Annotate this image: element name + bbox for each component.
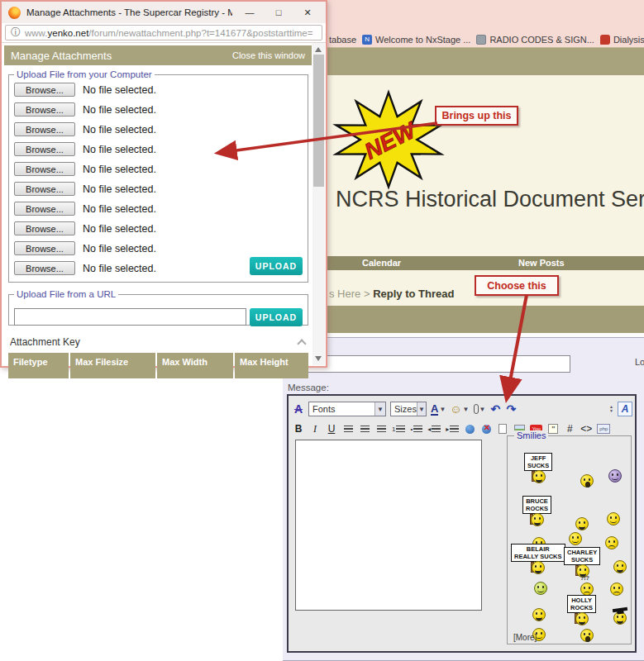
insert-quote-button[interactable]: " [547,421,559,436]
smiley-charley-sucks[interactable]: CHARLEY SUCKS [564,547,600,576]
smiley-big-grin[interactable] [613,560,627,573]
browse-button[interactable]: Browse... [14,162,75,176]
attachment-menu-button[interactable]: ▼ [474,402,486,416]
smiley-bruce-rocks[interactable]: BRUCE ROCKS [522,496,551,525]
upload-files-button[interactable]: UPLOAD [250,257,303,275]
smiley-purple-dancer[interactable] [608,469,622,483]
nav-calendar-link[interactable]: Calendar [362,258,401,268]
smiley-sick[interactable] [534,582,547,595]
align-right-button[interactable] [375,421,387,436]
upload-url-input[interactable] [14,308,246,326]
browse-button[interactable]: Browse... [14,221,75,235]
smiley-waving-arms[interactable] [575,517,589,530]
smiley-laughing[interactable] [532,608,546,621]
bookmark-nxstage[interactable]: NWelcome to NxStage ... [362,35,470,45]
smiley-menu-button[interactable]: ☺▼ [450,402,469,416]
file-upload-row: Browse... No file selected. [14,122,303,136]
smiley-pointing-up[interactable] [607,512,620,525]
popup-content: Manage Attachments Close this window Upl… [2,43,312,366]
scrollbar-thumb[interactable] [313,55,324,187]
sizes-dropdown[interactable]: Sizes▼ [390,402,427,416]
smiley-confused[interactable] [580,583,594,596]
smiley-worried[interactable] [610,583,623,596]
align-left-button[interactable] [342,421,354,436]
chevron-down-icon: ▼ [439,406,446,413]
scroll-up-icon[interactable] [315,47,322,52]
redo-button[interactable]: ↷ [505,402,517,416]
column-max-filesize: Max Filesize [70,353,155,378]
column-max-width: Max Width [157,353,233,378]
remove-format-icon[interactable]: A [293,402,304,416]
browse-button[interactable]: Browse... [14,122,75,136]
outdent-button[interactable]: ◂ [427,421,441,436]
insert-file-button[interactable] [497,421,508,436]
breadcrumb-current: Reply to Thread [373,288,454,300]
browse-button[interactable]: Browse... [14,241,75,255]
insert-hash-button[interactable]: # [564,421,575,436]
close-this-window-link[interactable]: Close this window [232,50,305,60]
smiley-holly-rocks[interactable]: HOLLY ROCKS [567,595,596,624]
maximize-button[interactable]: □ [267,7,290,17]
graduation-cap-icon [613,607,627,612]
browse-button[interactable]: Browse... [14,102,75,117]
bookmark-dialysis[interactable]: Dialysis: Home Di [600,35,644,45]
popup-titlebar: Manage Attachments - The Supercar Regist… [2,2,326,23]
no-file-selected-text: No file selected. [83,263,156,274]
unlink-button[interactable] [480,421,492,436]
smiley-graduate[interactable] [613,611,627,625]
smiley-hammer[interactable] [569,532,582,545]
site-info-icon[interactable]: ⓘ [11,26,21,40]
align-left-icon [344,426,353,433]
new-starburst: NEW [329,89,448,190]
attachment-key-section: Attachment Key [10,334,305,350]
unordered-list-button[interactable]: • [410,421,422,436]
chevron-down-icon: ▼ [374,402,385,416]
title-input[interactable] [293,355,570,373]
minimize-button[interactable]: — [238,7,261,17]
close-window-button[interactable]: ✕ [296,7,319,18]
editor-mode-toggle[interactable]: A [618,402,632,416]
insert-link-button[interactable] [464,421,475,436]
smiley-hands-on-face[interactable] [580,629,594,642]
message-textarea[interactable] [295,440,482,611]
align-center-button[interactable] [359,421,370,436]
smilies-legend: Smilies [514,430,548,440]
bold-button[interactable]: B [293,421,304,436]
upload-url-button[interactable]: UPLOAD [250,308,303,326]
nav-new-posts-link[interactable]: New Posts [518,258,565,268]
url-bar[interactable]: ⓘ www.yenko.net/forum/newattachment.php?… [5,25,322,40]
bookmark-database[interactable]: tabase [329,35,356,45]
insert-php-button[interactable]: php [597,421,610,436]
smiley-jeff-sucks[interactable]: JEFF SUCKS [524,453,552,482]
italic-button[interactable]: I [309,421,321,436]
font-color-button[interactable]: A▼ [431,402,446,416]
indent-button[interactable]: ▸ [446,421,459,436]
browse-button[interactable]: Browse... [14,83,75,97]
popup-scrollbar[interactable] [312,43,325,365]
smiley-shocked[interactable] [580,474,594,487]
no-file-selected-text: No file selected. [83,223,156,235]
smiley-frowning[interactable] [605,536,618,549]
browse-button[interactable]: Browse... [14,202,75,216]
scroll-down-icon[interactable] [315,356,322,361]
confused-marks: ?!? [580,575,589,581]
file-upload-row: Browse... No file selected. [14,83,303,97]
more-smilies-link[interactable]: [More] [513,633,537,642]
resize-editor-icon[interactable]: ▲▼ [609,405,613,414]
browse-button[interactable]: Browse... [14,182,75,196]
editor-toolbar-row2: B I U 1 • ◂ ▸ You " # <> php [293,421,632,437]
ordered-list-button[interactable]: 1 [392,421,405,436]
collapse-chevron-icon[interactable] [297,339,306,348]
fonts-dropdown[interactable]: Fonts▼ [308,402,386,416]
bookmark-radio-codes[interactable]: RADIO CODES & SIGN... [476,35,594,45]
smiley-belair-really-sucks[interactable]: BELAIR REALLY SUCKS [511,544,565,573]
browse-button[interactable]: Browse... [14,261,75,275]
column-max-height: Max Height [235,353,308,378]
undo-button[interactable]: ↶ [489,402,501,416]
message-label: Message: [288,383,329,392]
no-file-selected-text: No file selected. [83,144,156,155]
insert-code-button[interactable]: <> [580,421,592,436]
underline-button[interactable]: U [326,421,337,436]
browse-button[interactable]: Browse... [14,142,75,156]
smiley-icon [532,561,545,574]
